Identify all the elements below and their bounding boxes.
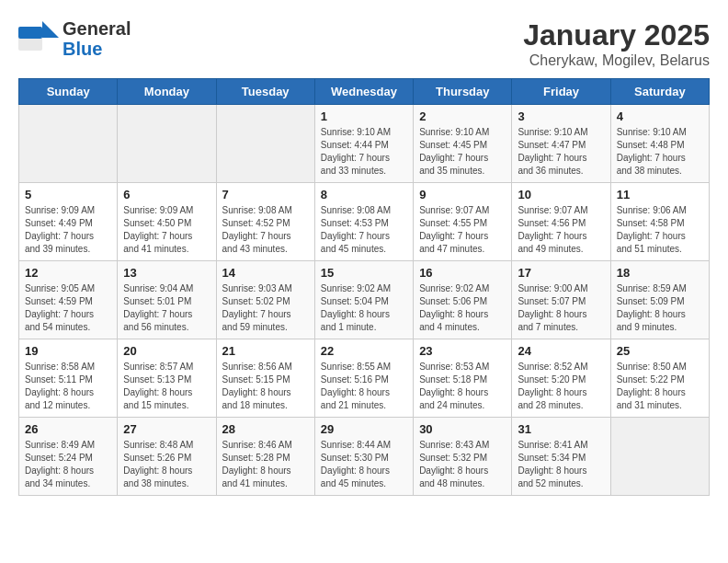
day-info: Sunrise: 8:56 AM Sunset: 5:15 PM Dayligh…: [222, 361, 309, 412]
day-info: Sunrise: 9:08 AM Sunset: 4:52 PM Dayligh…: [222, 204, 309, 256]
day-number: 30: [419, 422, 506, 436]
weekday-header: Wednesday: [314, 79, 413, 105]
day-number: 27: [123, 422, 210, 436]
calendar-cell: 6Sunrise: 9:09 AM Sunset: 4:50 PM Daylig…: [118, 183, 216, 261]
day-number: 20: [123, 344, 210, 358]
day-number: 13: [123, 266, 210, 280]
weekday-header: Saturday: [610, 79, 709, 105]
calendar-cell: 14Sunrise: 9:03 AM Sunset: 5:02 PM Dayli…: [216, 261, 314, 339]
calendar-cell: 11Sunrise: 9:06 AM Sunset: 4:58 PM Dayli…: [610, 183, 709, 261]
calendar-cell: 16Sunrise: 9:02 AM Sunset: 5:06 PM Dayli…: [414, 261, 512, 339]
calendar-cell: 31Sunrise: 8:41 AM Sunset: 5:34 PM Dayli…: [512, 418, 610, 496]
logo-blue: Blue: [63, 39, 102, 59]
weekday-header-row: SundayMondayTuesdayWednesdayThursdayFrid…: [19, 79, 710, 105]
day-info: Sunrise: 8:43 AM Sunset: 5:32 PM Dayligh…: [419, 439, 506, 490]
day-info: Sunrise: 9:10 AM Sunset: 4:44 PM Dayligh…: [321, 126, 407, 178]
calendar-cell: 21Sunrise: 8:56 AM Sunset: 5:15 PM Dayli…: [216, 339, 314, 418]
page-header: General Blue January 2025 Cherykaw, Mogi…: [18, 18, 710, 69]
day-number: 24: [518, 344, 604, 358]
calendar-week-row: 1Sunrise: 9:10 AM Sunset: 4:44 PM Daylig…: [19, 105, 710, 183]
day-info: Sunrise: 8:46 AM Sunset: 5:28 PM Dayligh…: [222, 439, 309, 490]
day-info: Sunrise: 8:53 AM Sunset: 5:18 PM Dayligh…: [419, 361, 506, 412]
day-number: 10: [518, 188, 604, 201]
page-title: January 2025: [523, 18, 710, 52]
page-subtitle: Cherykaw, Mogilev, Belarus: [523, 52, 710, 69]
svg-rect-1: [18, 27, 42, 39]
calendar-cell: 8Sunrise: 9:08 AM Sunset: 4:53 PM Daylig…: [314, 183, 413, 261]
logo: General Blue: [18, 18, 131, 59]
day-number: 29: [321, 422, 407, 436]
svg-marker-2: [42, 21, 59, 38]
calendar-cell: 26Sunrise: 8:49 AM Sunset: 5:24 PM Dayli…: [19, 418, 118, 496]
calendar-cell: 5Sunrise: 9:09 AM Sunset: 4:49 PM Daylig…: [19, 183, 118, 261]
calendar-cell: 22Sunrise: 8:55 AM Sunset: 5:16 PM Dayli…: [314, 339, 413, 418]
day-number: 23: [419, 344, 506, 358]
day-info: Sunrise: 8:57 AM Sunset: 5:13 PM Dayligh…: [123, 361, 210, 412]
calendar-cell: 19Sunrise: 8:58 AM Sunset: 5:11 PM Dayli…: [19, 339, 118, 418]
day-number: 26: [25, 422, 111, 436]
calendar-table: SundayMondayTuesdayWednesdayThursdayFrid…: [18, 78, 710, 496]
weekday-header: Tuesday: [216, 79, 314, 105]
weekday-header: Monday: [118, 79, 216, 105]
day-number: 22: [321, 344, 407, 358]
logo-icon: [18, 21, 59, 56]
day-number: 5: [25, 188, 111, 201]
day-info: Sunrise: 9:10 AM Sunset: 4:45 PM Dayligh…: [419, 126, 506, 178]
day-number: 7: [222, 188, 309, 201]
day-info: Sunrise: 9:02 AM Sunset: 5:04 PM Dayligh…: [321, 282, 407, 334]
day-info: Sunrise: 9:07 AM Sunset: 4:55 PM Dayligh…: [419, 204, 506, 256]
calendar-cell: 29Sunrise: 8:44 AM Sunset: 5:30 PM Dayli…: [314, 418, 413, 496]
calendar-cell: 7Sunrise: 9:08 AM Sunset: 4:52 PM Daylig…: [216, 183, 314, 261]
calendar-week-row: 12Sunrise: 9:05 AM Sunset: 4:59 PM Dayli…: [19, 261, 710, 339]
calendar-cell: 27Sunrise: 8:48 AM Sunset: 5:26 PM Dayli…: [118, 418, 216, 496]
calendar-cell: 24Sunrise: 8:52 AM Sunset: 5:20 PM Dayli…: [512, 339, 610, 418]
weekday-header: Friday: [512, 79, 610, 105]
calendar-cell: [216, 105, 314, 183]
calendar-cell: 20Sunrise: 8:57 AM Sunset: 5:13 PM Dayli…: [118, 339, 216, 418]
day-info: Sunrise: 8:49 AM Sunset: 5:24 PM Dayligh…: [25, 439, 111, 490]
calendar-cell: 9Sunrise: 9:07 AM Sunset: 4:55 PM Daylig…: [414, 183, 512, 261]
day-number: 11: [617, 188, 703, 201]
day-number: 2: [419, 109, 506, 123]
logo-general: General: [63, 18, 131, 39]
calendar-week-row: 26Sunrise: 8:49 AM Sunset: 5:24 PM Dayli…: [19, 418, 710, 496]
day-info: Sunrise: 9:00 AM Sunset: 5:07 PM Dayligh…: [518, 282, 604, 334]
day-info: Sunrise: 9:10 AM Sunset: 4:48 PM Dayligh…: [617, 126, 703, 178]
calendar-cell: 18Sunrise: 8:59 AM Sunset: 5:09 PM Dayli…: [610, 261, 709, 339]
day-number: 3: [518, 109, 604, 123]
day-number: 12: [25, 266, 111, 280]
day-info: Sunrise: 8:48 AM Sunset: 5:26 PM Dayligh…: [123, 439, 210, 490]
calendar-cell: 10Sunrise: 9:07 AM Sunset: 4:56 PM Dayli…: [512, 183, 610, 261]
calendar-cell: 25Sunrise: 8:50 AM Sunset: 5:22 PM Dayli…: [610, 339, 709, 418]
day-info: Sunrise: 8:55 AM Sunset: 5:16 PM Dayligh…: [321, 361, 407, 412]
day-info: Sunrise: 9:05 AM Sunset: 4:59 PM Dayligh…: [25, 282, 111, 334]
day-info: Sunrise: 9:09 AM Sunset: 4:50 PM Dayligh…: [123, 204, 210, 256]
day-number: 18: [617, 266, 703, 280]
day-info: Sunrise: 9:02 AM Sunset: 5:06 PM Dayligh…: [419, 282, 506, 334]
weekday-header: Thursday: [414, 79, 512, 105]
day-info: Sunrise: 8:58 AM Sunset: 5:11 PM Dayligh…: [25, 361, 111, 412]
calendar-cell: 12Sunrise: 9:05 AM Sunset: 4:59 PM Dayli…: [19, 261, 118, 339]
calendar-cell: 15Sunrise: 9:02 AM Sunset: 5:04 PM Dayli…: [314, 261, 413, 339]
day-info: Sunrise: 9:08 AM Sunset: 4:53 PM Dayligh…: [321, 204, 407, 256]
calendar-cell: [610, 418, 709, 496]
calendar-cell: 30Sunrise: 8:43 AM Sunset: 5:32 PM Dayli…: [414, 418, 512, 496]
calendar-cell: 4Sunrise: 9:10 AM Sunset: 4:48 PM Daylig…: [610, 105, 709, 183]
day-info: Sunrise: 9:04 AM Sunset: 5:01 PM Dayligh…: [123, 282, 210, 334]
day-info: Sunrise: 8:50 AM Sunset: 5:22 PM Dayligh…: [617, 361, 703, 412]
day-info: Sunrise: 9:07 AM Sunset: 4:56 PM Dayligh…: [518, 204, 604, 256]
day-info: Sunrise: 9:10 AM Sunset: 4:47 PM Dayligh…: [518, 126, 604, 178]
day-number: 1: [321, 109, 407, 123]
calendar-cell: 28Sunrise: 8:46 AM Sunset: 5:28 PM Dayli…: [216, 418, 314, 496]
day-info: Sunrise: 9:03 AM Sunset: 5:02 PM Dayligh…: [222, 282, 309, 334]
weekday-header: Sunday: [19, 79, 118, 105]
calendar-cell: 3Sunrise: 9:10 AM Sunset: 4:47 PM Daylig…: [512, 105, 610, 183]
day-number: 17: [518, 266, 604, 280]
calendar-cell: 2Sunrise: 9:10 AM Sunset: 4:45 PM Daylig…: [414, 105, 512, 183]
title-block: January 2025 Cherykaw, Mogilev, Belarus: [523, 18, 710, 69]
day-number: 19: [25, 344, 111, 358]
calendar-cell: [19, 105, 118, 183]
day-info: Sunrise: 8:52 AM Sunset: 5:20 PM Dayligh…: [518, 361, 604, 412]
day-info: Sunrise: 8:41 AM Sunset: 5:34 PM Dayligh…: [518, 439, 604, 490]
calendar-cell: [118, 105, 216, 183]
